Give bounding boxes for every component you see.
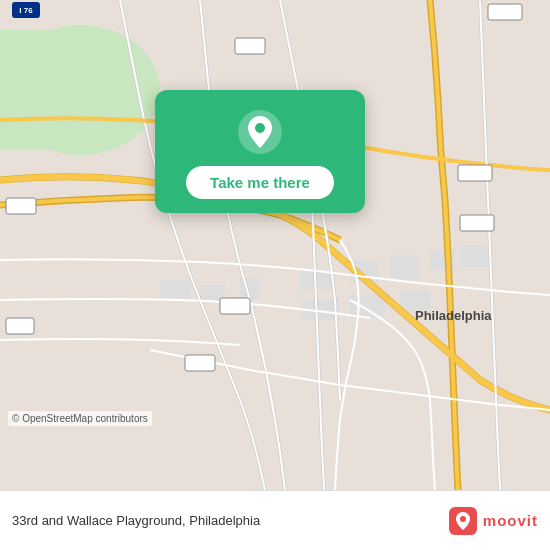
svg-text:PA 611: PA 611 xyxy=(462,169,488,178)
take-me-there-button[interactable]: Take me there xyxy=(186,166,334,199)
app: I 76 US 13 US 30 PA 611 PA 611 PA 611 PA… xyxy=(0,0,550,550)
moovit-icon xyxy=(449,507,477,535)
bottom-bar: 33rd and Wallace Playground, Philadelphi… xyxy=(0,490,550,550)
map-container: I 76 US 13 US 30 PA 611 PA 611 PA 611 PA… xyxy=(0,0,550,490)
svg-text:US 30: US 30 xyxy=(10,202,33,211)
svg-rect-13 xyxy=(400,290,430,310)
svg-text:US 13: US 13 xyxy=(239,42,262,51)
svg-rect-12 xyxy=(350,295,385,317)
svg-point-36 xyxy=(460,516,466,522)
location-card: Take me there xyxy=(155,90,365,213)
svg-text:Philadelphia: Philadelphia xyxy=(415,308,492,323)
svg-point-34 xyxy=(255,123,265,133)
svg-text:I 76: I 76 xyxy=(19,6,33,15)
location-label: 33rd and Wallace Playground, Philadelphi… xyxy=(12,513,449,528)
svg-rect-3 xyxy=(160,280,190,300)
location-pin-icon xyxy=(236,108,284,156)
moovit-logo: moovit xyxy=(449,507,538,535)
svg-rect-2 xyxy=(0,30,100,150)
svg-text:PA 611: PA 611 xyxy=(464,219,490,228)
svg-text:US 13: US 13 xyxy=(224,302,247,311)
svg-rect-8 xyxy=(390,255,420,280)
copyright-text: © OpenStreetMap contributors xyxy=(8,411,152,426)
svg-text:PA 3: PA 3 xyxy=(12,322,29,331)
moovit-text: moovit xyxy=(483,512,538,529)
svg-rect-10 xyxy=(460,245,490,267)
svg-text:US 13: US 13 xyxy=(189,359,212,368)
svg-text:PA 611: PA 611 xyxy=(492,8,518,17)
